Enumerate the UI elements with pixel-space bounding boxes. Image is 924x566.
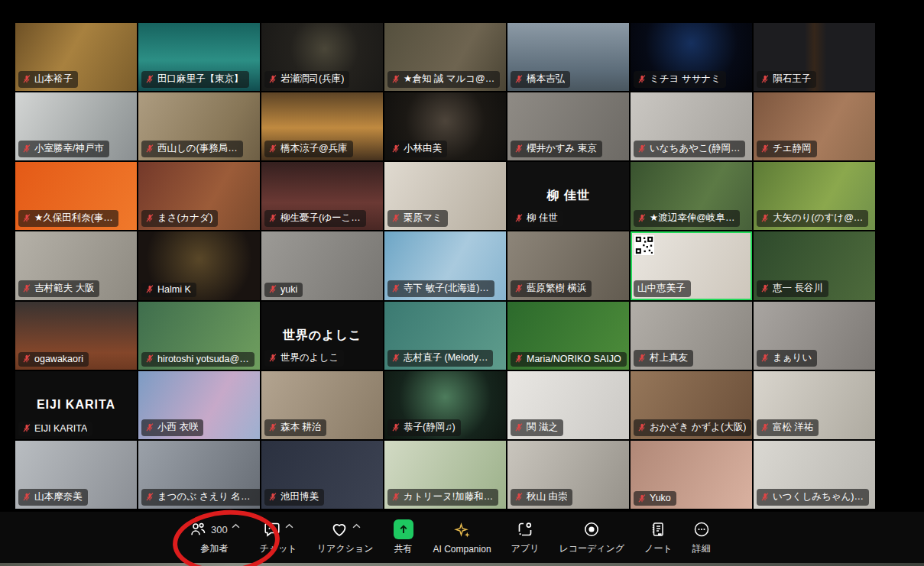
- toolbar-share-button[interactable]: 共有: [384, 519, 423, 555]
- participant-tile[interactable]: ★倉知 誠 マルコ@…: [384, 23, 506, 91]
- participant-tile[interactable]: 岩瀬潤司(兵庫): [261, 23, 383, 91]
- mic-muted-icon: [145, 422, 154, 432]
- participant-tile[interactable]: 橋本涼子@兵庫: [261, 92, 383, 160]
- toolbar-label: 参加者: [200, 542, 228, 555]
- participant-tile[interactable]: 西山しの(事務局…: [138, 92, 260, 160]
- participant-tile[interactable]: yuki: [261, 231, 383, 299]
- participant-tile[interactable]: 小西 衣咲: [138, 371, 260, 439]
- mic-muted-icon: [22, 283, 31, 293]
- share-screen-icon: [394, 519, 413, 539]
- toolbar-reactions-button[interactable]: リアクション: [307, 519, 384, 555]
- participant-tile[interactable]: hirotoshi yotsuda@…: [138, 302, 260, 370]
- participant-tile[interactable]: まつのぶ さえり 名古…: [138, 441, 260, 509]
- participant-tile[interactable]: 小室勝幸/神戸市: [15, 92, 137, 160]
- mic-muted-icon: [514, 492, 524, 502]
- participant-tile[interactable]: おかざき かずよ(大阪): [631, 371, 752, 439]
- participant-tile[interactable]: カトリーヌ!加藤和…: [384, 441, 506, 509]
- participant-tile[interactable]: ★渡辺幸伸@岐阜…: [631, 162, 752, 230]
- participant-name-label: yuki: [264, 283, 303, 297]
- mic-muted-icon: [514, 422, 524, 432]
- participant-tile[interactable]: 山本摩奈美: [15, 441, 137, 509]
- participant-name-label: 栗原マミ: [387, 210, 448, 227]
- participant-tile[interactable]: ogawakaori: [15, 302, 137, 370]
- mic-muted-icon: [760, 353, 770, 363]
- mic-muted-icon: [268, 74, 277, 84]
- toolbar-notes-button[interactable]: ノート: [634, 519, 682, 555]
- participant-tile[interactable]: チエ静岡: [754, 92, 875, 160]
- participant-tile[interactable]: 田口麻里子【東京】: [138, 23, 260, 91]
- participant-name: 橋本吉弘: [527, 73, 565, 86]
- participant-name-label: Maria/NORIKO SAIJO: [511, 352, 627, 367]
- participant-tile[interactable]: Maria/NORIKO SAIJO: [507, 302, 629, 370]
- mic-muted-icon: [391, 492, 400, 502]
- toolbar-ai-companion-button[interactable]: AI Companion: [423, 521, 501, 555]
- mic-muted-icon: [760, 492, 770, 502]
- participant-tile[interactable]: 寺下 敏子(北海道)…: [384, 231, 506, 299]
- participant-tile[interactable]: 橋本吉弘: [507, 23, 629, 91]
- participant-tile[interactable]: 隕石王子: [754, 23, 875, 91]
- participant-tile[interactable]: 栗原マミ: [384, 162, 506, 230]
- participant-name: 志村直子 (Melody…: [404, 351, 488, 364]
- toolbar-apps-button[interactable]: アプリ: [501, 519, 550, 555]
- participant-tile[interactable]: 関 滋之: [507, 371, 629, 439]
- participant-tile[interactable]: 大矢のり(のすけ@…: [754, 162, 875, 230]
- participant-tile[interactable]: Yuko: [631, 441, 752, 509]
- participant-name-label: 藍原繁樹 横浜: [511, 280, 592, 297]
- participant-tile[interactable]: 山中恵美子: [631, 231, 752, 299]
- participant-count: 300: [211, 524, 228, 535]
- mic-muted-icon: [22, 423, 31, 433]
- participant-name: まぁりい: [773, 351, 812, 364]
- participant-name: 栗原マミ: [404, 212, 443, 225]
- participant-name: 山中恵美子: [637, 282, 686, 295]
- participant-tile[interactable]: Halmi K: [138, 231, 260, 299]
- participant-tile[interactable]: 村上真友: [631, 302, 752, 370]
- participant-tile[interactable]: 柳 佳世柳 佳世: [507, 162, 629, 230]
- participant-tile[interactable]: 櫻井かすみ 東京: [507, 92, 629, 160]
- participant-name-label: 橋本涼子@兵庫: [264, 141, 353, 157]
- participant-tile[interactable]: 世界のよしこ世界のよしこ: [261, 302, 383, 370]
- mic-muted-icon: [145, 213, 154, 223]
- participant-name: Halmi K: [157, 284, 191, 295]
- participant-tile[interactable]: 山本裕子: [15, 23, 137, 91]
- mic-muted-icon: [760, 144, 770, 154]
- participant-tile[interactable]: ミチヨ ササナミ: [631, 23, 752, 91]
- participant-name: 関 滋之: [527, 421, 558, 434]
- participant-name-label: 橋本吉弘: [511, 71, 570, 88]
- participant-tile[interactable]: 志村直子 (Melody…: [384, 302, 506, 370]
- participant-tile[interactable]: 恵一 長谷川: [754, 231, 875, 299]
- participant-name-label: 田口麻里子【東京】: [141, 71, 249, 88]
- participant-name-label: Yuko: [634, 491, 676, 506]
- participant-name-label: まさ(カナダ): [141, 210, 218, 227]
- participant-tile[interactable]: いつくしみちゃん)…: [754, 441, 875, 509]
- toolbar-recording-button[interactable]: レコーディング: [549, 519, 634, 555]
- mic-muted-icon: [760, 213, 770, 223]
- mic-muted-icon: [22, 354, 31, 364]
- zoom-meeting-window: 山本裕子田口麻里子【東京】岩瀬潤司(兵庫)★倉知 誠 マルコ@…橋本吉弘ミチヨ …: [0, 0, 924, 566]
- toolbar-label: ノート: [644, 542, 673, 555]
- participant-tile[interactable]: 小林由美: [384, 92, 506, 160]
- participant-tile[interactable]: 富松 洋祐: [754, 371, 875, 439]
- participant-tile[interactable]: 吉村範夫 大阪: [15, 231, 137, 299]
- participant-tile[interactable]: いなちあやこ(静岡…: [631, 92, 752, 160]
- participant-tile[interactable]: 池田博美: [261, 441, 383, 509]
- participant-tile[interactable]: まぁりい: [754, 302, 875, 370]
- mic-muted-icon: [514, 283, 524, 293]
- participant-tile[interactable]: EIJI KARITAEIJI KARITA: [15, 371, 137, 439]
- toolbar-more-button[interactable]: 詳細: [682, 519, 721, 555]
- participant-tile[interactable]: まさ(カナダ): [138, 162, 260, 230]
- participant-tile[interactable]: 藍原繁樹 横浜: [507, 231, 629, 299]
- participant-name: 藍原繁樹 横浜: [527, 282, 586, 295]
- toolbar-label: レコーディング: [559, 542, 624, 555]
- participant-name: 森本 耕治: [280, 421, 321, 434]
- participant-tile[interactable]: ★久保田利奈(事…: [15, 162, 137, 230]
- toolbar-participants-button[interactable]: 300参加者: [179, 519, 250, 555]
- participant-tile[interactable]: 柳生憂子(ゆーこ…: [261, 162, 383, 230]
- participant-tile[interactable]: 恭子(静岡♫): [384, 371, 506, 439]
- participant-name-label: 西山しの(事務局…: [141, 141, 243, 157]
- participant-name-label: 村上真友: [634, 350, 693, 367]
- toolbar-chat-button[interactable]: チャット: [250, 519, 307, 555]
- mic-muted-icon: [22, 492, 31, 502]
- participant-tile[interactable]: 森本 耕治: [261, 371, 383, 439]
- top-black-bar: [0, 0, 924, 23]
- participant-tile[interactable]: 秋山 由崇: [507, 441, 629, 509]
